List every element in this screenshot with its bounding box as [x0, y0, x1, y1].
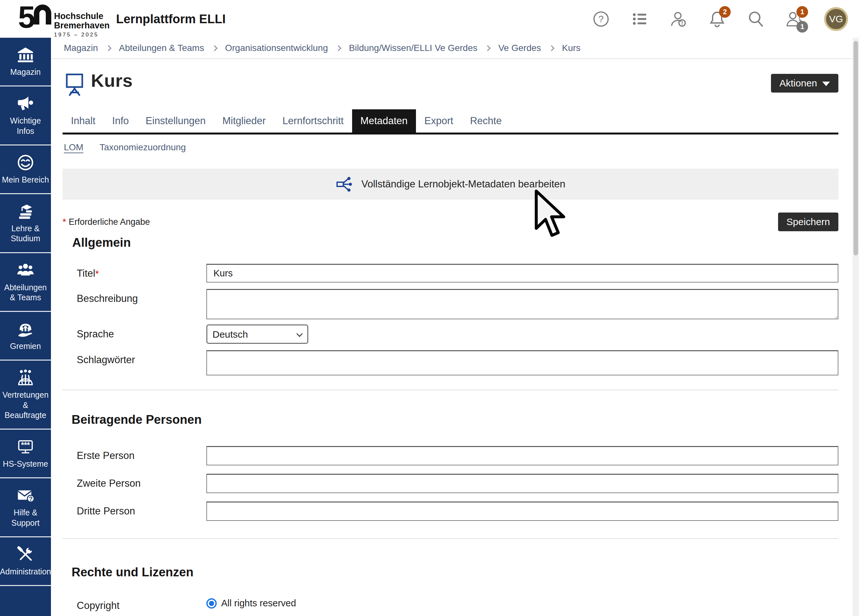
- search-icon[interactable]: [747, 10, 765, 28]
- sidebar-item-mein-bereich[interactable]: Mein Bereich: [0, 145, 51, 194]
- beschreibung-label: Beschreibung: [62, 289, 206, 305]
- sidebar-item-vertretungen[interactable]: Vertretungen & Beauftragte: [0, 361, 51, 430]
- section-title-beitragende: Beitragende Personen: [62, 413, 839, 427]
- tools-icon: [16, 545, 35, 564]
- smiley-icon: [16, 153, 35, 172]
- sidebar-item-lehre-studium[interactable]: Lehre & Studium: [0, 194, 51, 253]
- erste-person-input[interactable]: [206, 446, 839, 465]
- megaphone-icon: [16, 94, 35, 113]
- titel-label: Titel*: [62, 264, 206, 279]
- titel-input[interactable]: [206, 264, 839, 283]
- required-note: *Erforderliche Angabe: [62, 217, 150, 227]
- main-area: Magazin Abteilungen & Teams Organisation…: [51, 38, 859, 616]
- tab-metadaten[interactable]: Metadaten: [352, 109, 416, 133]
- svg-text:?: ?: [598, 14, 604, 24]
- copyright-radio[interactable]: [206, 598, 217, 608]
- breadcrumb-item[interactable]: Magazin: [64, 43, 98, 53]
- tab-bar: Inhalt Info Einstellungen Mitglieder Ler…: [62, 109, 839, 134]
- subtab-bar: LOM Taxonomiezuordnung: [62, 134, 839, 158]
- tab-mitglieder[interactable]: Mitglieder: [214, 109, 274, 133]
- sidebar-item-hilfe-support[interactable]: ? Hilfe & Support: [0, 478, 51, 537]
- logo-text: Hochschule Bremerhaven 1975 – 2025: [54, 12, 109, 38]
- sidebar-item-label: Magazin: [10, 67, 41, 77]
- section-divider: [62, 538, 839, 539]
- avatar[interactable]: VG: [824, 7, 848, 31]
- bank-icon: [16, 45, 35, 64]
- breadcrumb-chevron-icon: [485, 45, 491, 51]
- breadcrumb: Magazin Abteilungen & Teams Organisation…: [51, 38, 859, 59]
- svg-text:***: ***: [21, 441, 30, 449]
- user-alert-icon[interactable]: !: [669, 10, 687, 28]
- actions-button[interactable]: Aktionen: [771, 74, 839, 92]
- edit-full-metadata-banner[interactable]: Vollständige Lernobjekt-Metadaten bearbe…: [62, 169, 839, 200]
- tab-export[interactable]: Export: [416, 109, 462, 133]
- breadcrumb-chevron-icon: [211, 45, 217, 51]
- copyright-radio-label: All rights reserved: [221, 598, 296, 608]
- sidebar-item-label: Hilfe & Support: [1, 508, 50, 528]
- subtab-taxonomiezuordnung[interactable]: Taxonomiezuordnung: [100, 142, 186, 153]
- section-divider: [62, 389, 839, 390]
- app-header: 5 Hochschule Bremerhaven 1975 – 2025 Ler…: [0, 0, 859, 38]
- monitor-icon: ***: [16, 437, 35, 456]
- required-asterisk: *: [62, 217, 66, 227]
- contacts-icon[interactable]: 1 1: [786, 10, 804, 28]
- section-title-rechte: Rechte und Lizenzen: [62, 565, 839, 579]
- dritte-person-input[interactable]: [206, 502, 839, 521]
- sidebar: Magazin Wichtige Infos Mein Bereich Lehr…: [0, 38, 51, 616]
- sprache-select[interactable]: Deutsch: [206, 324, 308, 344]
- copyright-radio-dot: [209, 601, 214, 606]
- sidebar-item-hs-systeme[interactable]: *** HS-Systeme: [0, 430, 51, 478]
- sidebar-item-magazin[interactable]: Magazin: [0, 38, 51, 86]
- globe-people-icon: [16, 368, 35, 387]
- breadcrumb-item[interactable]: Organisationsentwicklung: [225, 43, 328, 53]
- tab-info[interactable]: Info: [104, 109, 137, 133]
- breadcrumb-item[interactable]: Bildung/Wissen/ELLI Ve Gerdes: [349, 43, 477, 53]
- sidebar-item-label: Lehre & Studium: [1, 224, 50, 244]
- page-title: Kurs: [91, 70, 133, 91]
- sidebar-item-abteilungen-teams[interactable]: Abteilungen & Teams: [0, 253, 51, 312]
- save-button[interactable]: Speichern: [778, 213, 839, 231]
- sidebar-item-administration[interactable]: Administration: [0, 537, 51, 586]
- breadcrumb-item[interactable]: Abteilungen & Teams: [119, 43, 204, 53]
- breadcrumb-chevron-icon: [105, 45, 111, 51]
- metadata-tree-icon: [336, 175, 354, 193]
- scrollbar-thumb[interactable]: [854, 41, 858, 255]
- sprache-label: Sprache: [62, 324, 206, 340]
- beschreibung-textarea[interactable]: [206, 289, 839, 319]
- university-logo: 5 Hochschule Bremerhaven 1975 – 2025: [18, 3, 109, 38]
- vertical-scrollbar[interactable]: [853, 38, 859, 616]
- actions-button-label: Aktionen: [779, 78, 817, 89]
- tab-rechte[interactable]: Rechte: [462, 109, 510, 133]
- header-icon-bar: ? ! 2: [592, 0, 848, 38]
- required-asterisk: *: [95, 269, 99, 279]
- contacts-badge-bottom: 1: [797, 21, 808, 33]
- zweite-person-input[interactable]: [206, 474, 839, 493]
- breadcrumb-item[interactable]: Ve Gerdes: [498, 43, 541, 53]
- mail-question-icon: ?: [16, 486, 35, 505]
- sidebar-item-label: HS-Systeme: [3, 459, 48, 469]
- logo-five: 5: [18, 3, 34, 31]
- logo-50-graphic: 5: [18, 3, 51, 31]
- tab-einstellungen[interactable]: Einstellungen: [137, 109, 214, 133]
- schlagwoerter-input[interactable]: [206, 350, 839, 375]
- sidebar-filler: [0, 586, 51, 616]
- tab-inhalt[interactable]: Inhalt: [62, 109, 104, 133]
- contacts-badge-top: 1: [797, 6, 808, 18]
- sidebar-item-label: Vertretungen & Beauftragte: [1, 390, 50, 420]
- tab-lernfortschritt[interactable]: Lernfortschritt: [274, 109, 352, 133]
- breadcrumb-chevron-icon: [335, 45, 341, 51]
- notifications-bell-icon[interactable]: 2: [708, 10, 726, 28]
- dritte-person-label: Dritte Person: [62, 502, 206, 517]
- subtab-lom[interactable]: LOM: [64, 142, 83, 153]
- sidebar-item-label: Mein Bereich: [2, 175, 49, 185]
- committee-icon: [16, 320, 35, 338]
- sidebar-item-label: Abteilungen & Teams: [1, 283, 50, 303]
- schlagwoerter-label: Schlagwörter: [62, 350, 206, 366]
- sidebar-item-gremien[interactable]: Gremien: [0, 312, 51, 361]
- sidebar-item-wichtige-infos[interactable]: Wichtige Infos: [0, 86, 51, 145]
- list-menu-icon[interactable]: [631, 10, 649, 28]
- edit-full-metadata-label: Vollständige Lernobjekt-Metadaten bearbe…: [361, 178, 565, 190]
- breadcrumb-item[interactable]: Kurs: [562, 43, 581, 53]
- logo-years: 1975 – 2025: [54, 31, 109, 38]
- help-icon[interactable]: ?: [592, 10, 610, 28]
